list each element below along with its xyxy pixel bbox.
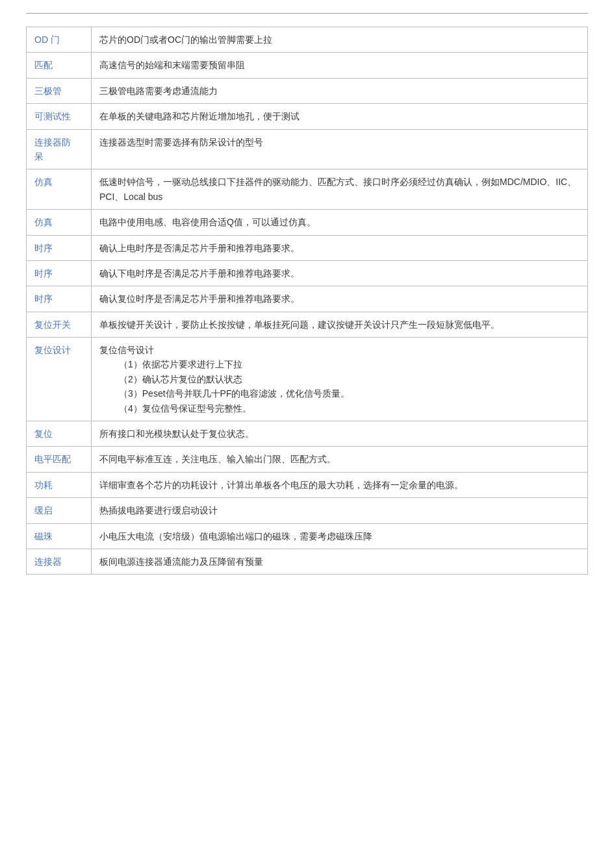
row-content: 单板按键开关设计，要防止长按按键，单板挂死问题，建议按键开关设计只产生一段短脉宽… bbox=[92, 312, 588, 337]
row-label: 仿真 bbox=[27, 169, 92, 210]
row-content: 确认下电时序是否满足芯片手册和推荐电路要求。 bbox=[92, 260, 588, 286]
row-label: 磁珠 bbox=[27, 523, 92, 549]
row-content: 三极管电路需要考虑通流能力 bbox=[92, 78, 588, 103]
row-content: 确认复位时序是否满足芯片手册和推荐电路要求。 bbox=[92, 286, 588, 312]
row-label: 复位 bbox=[27, 421, 92, 447]
row-label: 匹配 bbox=[27, 53, 92, 78]
row-label: 三极管 bbox=[27, 78, 92, 103]
row-label: 时序 bbox=[27, 235, 92, 260]
row-content: 热插拔电路要进行缓启动设计 bbox=[92, 498, 588, 523]
table-row: 仿真电路中使用电感、电容使用合适Q值，可以通过仿真。 bbox=[27, 210, 588, 235]
table-row: 可测试性在单板的关键电路和芯片附近增加地孔，便于测试 bbox=[27, 104, 588, 129]
table-row: 仿真低速时钟信号，一驱动总线接口下挂器件的驱动能力、匹配方式、接口时序必须经过仿… bbox=[27, 169, 588, 210]
row-content: 详细审查各个芯片的功耗设计，计算出单板各个电压的最大功耗，选择有一定余量的电源。 bbox=[92, 472, 588, 497]
table-row: 时序确认下电时序是否满足芯片手册和推荐电路要求。 bbox=[27, 260, 588, 286]
row-content: 芯片的OD门或者OC门的输出管脚需要上拉 bbox=[92, 27, 588, 53]
row-label: OD 门 bbox=[27, 27, 92, 53]
table-row: 功耗详细审查各个芯片的功耗设计，计算出单板各个电压的最大功耗，选择有一定余量的电… bbox=[27, 472, 588, 497]
row-label: 电平匹配 bbox=[27, 447, 92, 472]
row-label: 连接器 bbox=[27, 549, 92, 574]
row-label: 复位开关 bbox=[27, 312, 92, 337]
row-content: 低速时钟信号，一驱动总线接口下挂器件的驱动能力、匹配方式、接口时序必须经过仿真确… bbox=[92, 169, 588, 210]
row-label: 时序 bbox=[27, 286, 92, 312]
row-content: 在单板的关键电路和芯片附近增加地孔，便于测试 bbox=[92, 104, 588, 129]
row-content: 小电压大电流（安培级）值电源输出端口的磁珠，需要考虑磁珠压降 bbox=[92, 523, 588, 549]
table-row: 复位所有接口和光模块默认处于复位状态。 bbox=[27, 421, 588, 447]
row-content: 不同电平标准互连，关注电压、输入输出门限、匹配方式。 bbox=[92, 447, 588, 472]
row-content: 高速信号的始端和末端需要预留串阻 bbox=[92, 53, 588, 78]
table-row: 时序确认上电时序是否满足芯片手册和推荐电路要求。 bbox=[27, 235, 588, 260]
row-content: 板间电源连接器通流能力及压降留有预量 bbox=[92, 549, 588, 574]
row-label: 仿真 bbox=[27, 210, 92, 235]
table-row: 匹配高速信号的始端和末端需要预留串阻 bbox=[27, 53, 588, 78]
row-content: 电路中使用电感、电容使用合适Q值，可以通过仿真。 bbox=[92, 210, 588, 235]
row-label: 时序 bbox=[27, 260, 92, 286]
row-label: 连接器防 呆 bbox=[27, 129, 92, 169]
table-row: 复位设计复位信号设计（1）依据芯片要求进行上下拉（2）确认芯片复位的默认状态（3… bbox=[27, 338, 588, 421]
row-label: 缓启 bbox=[27, 498, 92, 523]
table-row: 电平匹配不同电平标准互连，关注电压、输入输出门限、匹配方式。 bbox=[27, 447, 588, 472]
row-label: 功耗 bbox=[27, 472, 92, 497]
table-row: 复位开关单板按键开关设计，要防止长按按键，单板挂死问题，建议按键开关设计只产生一… bbox=[27, 312, 588, 337]
row-content: 连接器选型时需要选择有防呆设计的型号 bbox=[92, 129, 588, 169]
row-content: 确认上电时序是否满足芯片手册和推荐电路要求。 bbox=[92, 235, 588, 260]
table-row: 磁珠小电压大电流（安培级）值电源输出端口的磁珠，需要考虑磁珠压降 bbox=[27, 523, 588, 549]
row-content: 所有接口和光模块默认处于复位状态。 bbox=[92, 421, 588, 447]
table-row: 连接器防 呆连接器选型时需要选择有防呆设计的型号 bbox=[27, 129, 588, 169]
row-label: 可测试性 bbox=[27, 104, 92, 129]
table-row: 缓启热插拔电路要进行缓启动设计 bbox=[27, 498, 588, 523]
top-divider bbox=[26, 13, 588, 14]
row-content: 复位信号设计（1）依据芯片要求进行上下拉（2）确认芯片复位的默认状态（3）Pes… bbox=[92, 338, 588, 421]
table-row: 连接器板间电源连接器通流能力及压降留有预量 bbox=[27, 549, 588, 574]
table-row: OD 门芯片的OD门或者OC门的输出管脚需要上拉 bbox=[27, 27, 588, 53]
main-table: OD 门芯片的OD门或者OC门的输出管脚需要上拉匹配高速信号的始端和末端需要预留… bbox=[26, 27, 588, 575]
table-row: 三极管三极管电路需要考虑通流能力 bbox=[27, 78, 588, 103]
row-label: 复位设计 bbox=[27, 338, 92, 421]
table-row: 时序确认复位时序是否满足芯片手册和推荐电路要求。 bbox=[27, 286, 588, 312]
